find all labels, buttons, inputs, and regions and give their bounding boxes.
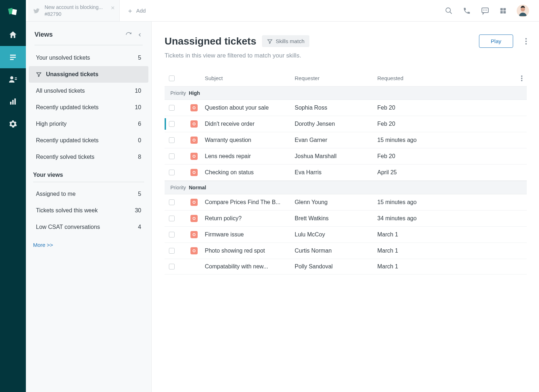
cell-requester: Glenn Young — [295, 199, 377, 206]
nav-views[interactable] — [0, 46, 26, 68]
view-item[interactable]: Unassigned tickets — [29, 66, 148, 83]
refresh-icon[interactable] — [125, 32, 132, 38]
table-row[interactable]: OFirmware issueLulu McCoyMarch 1 — [165, 227, 527, 243]
svg-rect-4 — [10, 59, 14, 60]
cell-requester: Eva Harris — [295, 169, 377, 176]
more-views-link[interactable]: More >> — [26, 236, 151, 254]
group-header: Priority High — [165, 86, 527, 100]
table-row[interactable]: ODidn't receive orderDorothy JensenFeb 2… — [165, 116, 527, 132]
view-count: 8 — [138, 154, 141, 160]
add-tab-label: Add — [136, 8, 146, 14]
svg-rect-9 — [12, 100, 14, 105]
cell-requester: Lulu McCoy — [295, 231, 377, 238]
view-item[interactable]: High priority6 — [29, 116, 148, 132]
nav-rail — [0, 0, 26, 392]
add-tab-button[interactable]: ＋ Add — [120, 0, 153, 21]
row-checkbox[interactable] — [169, 121, 175, 127]
row-checkbox[interactable] — [169, 199, 175, 205]
svg-point-20 — [525, 38, 527, 40]
cell-subject: Warranty question — [205, 137, 295, 143]
row-checkbox[interactable] — [169, 105, 175, 111]
view-count: 30 — [135, 207, 141, 214]
table-row[interactable]: OLens needs repairJoshua MarshallFeb 20 — [165, 148, 527, 165]
table-row[interactable]: OReturn policy?Brett Watkins34 minutes a… — [165, 211, 527, 227]
play-button[interactable]: Play — [479, 34, 513, 48]
top-bar: New account is blocking... #82790 ✕ ＋ Ad… — [26, 0, 539, 22]
table-header-row: Subject Requester Requested — [165, 70, 527, 86]
table-row[interactable]: OWarranty questionEvan Garner15 minutes … — [165, 132, 527, 148]
view-name: Tickets solved this week — [36, 207, 135, 214]
collapse-icon[interactable] — [137, 32, 143, 38]
row-checkbox[interactable] — [169, 216, 175, 221]
user-avatar[interactable] — [517, 5, 529, 17]
nav-admin[interactable] — [0, 113, 26, 135]
status-badge: O — [190, 153, 198, 160]
svg-point-21 — [525, 41, 527, 42]
svg-rect-1 — [12, 9, 17, 15]
svg-rect-17 — [503, 11, 506, 13]
chat-icon[interactable] — [481, 6, 489, 15]
col-requester[interactable]: Requester — [295, 75, 377, 81]
view-name: Recently solved tickets — [36, 154, 138, 160]
nav-reporting[interactable] — [0, 91, 26, 113]
cell-requested: March 1 — [377, 263, 522, 270]
svg-point-24 — [521, 78, 522, 79]
table-row[interactable]: Compatability with new...Polly SandovalM… — [165, 259, 527, 275]
row-checkbox[interactable] — [169, 170, 175, 175]
view-item[interactable]: Tickets solved this week30 — [29, 202, 148, 219]
svg-rect-15 — [503, 8, 506, 10]
cell-subject: Didn't receive order — [205, 121, 295, 127]
page-subtitle: Tickets in this view are filtered to mat… — [165, 52, 527, 59]
skills-match-label: Skills match — [276, 38, 304, 44]
row-checkbox[interactable] — [169, 137, 175, 143]
nav-customers[interactable] — [0, 68, 26, 91]
divider — [33, 182, 144, 182]
view-count: 0 — [138, 137, 141, 144]
search-icon[interactable] — [445, 7, 453, 15]
svg-line-12 — [450, 11, 452, 14]
view-item[interactable]: All unsolved tickets10 — [29, 83, 148, 99]
columns-menu-icon[interactable] — [512, 75, 522, 81]
status-badge: O — [190, 199, 198, 206]
status-badge: O — [190, 231, 198, 238]
status-badge: O — [190, 104, 198, 111]
apps-icon[interactable] — [499, 7, 507, 14]
cell-requested: March 1 — [377, 231, 522, 238]
select-all-checkbox[interactable] — [169, 75, 175, 81]
table-row[interactable]: OCompare Prices Find The B...Glenn Young… — [165, 194, 527, 211]
open-tab-ticket[interactable]: New account is blocking... #82790 ✕ — [28, 0, 120, 21]
tickets-table: Subject Requester Requested Priority Hig… — [165, 70, 527, 275]
skills-match-filter[interactable]: Skills match — [262, 35, 309, 47]
row-checkbox[interactable] — [169, 153, 175, 159]
col-requested[interactable]: Requested — [377, 75, 512, 81]
view-item[interactable]: Low CSAT conversations4 — [29, 219, 148, 235]
cell-subject: Firmware issue — [205, 231, 295, 238]
cell-requested: 15 minutes ago — [377, 137, 522, 143]
view-count: 5 — [138, 191, 141, 197]
view-count: 10 — [135, 88, 141, 94]
view-item[interactable]: Recently updated tickets10 — [29, 99, 148, 116]
row-checkbox[interactable] — [169, 264, 175, 269]
view-item[interactable]: Recently updated tickets0 — [29, 132, 148, 149]
svg-point-5 — [10, 76, 13, 79]
close-tab-icon[interactable]: ✕ — [111, 5, 115, 11]
page-menu-icon[interactable] — [519, 36, 527, 47]
row-checkbox[interactable] — [169, 232, 175, 237]
table-row[interactable]: OPhoto showing red spotCurtis NormanMarc… — [165, 243, 527, 259]
table-row[interactable]: OChecking on statusEva HarrisApril 25 — [165, 165, 527, 181]
cell-requested: April 25 — [377, 169, 522, 176]
product-logo[interactable] — [6, 4, 20, 19]
your-views-header: Your views — [26, 166, 151, 180]
status-badge: O — [190, 137, 198, 144]
table-row[interactable]: OQuestion about your saleSophia RossFeb … — [165, 100, 527, 116]
col-subject[interactable]: Subject — [205, 75, 295, 81]
view-item[interactable]: Assigned to me5 — [29, 186, 148, 202]
views-sidepanel: Views Your unsolved tickets5Unassigned t… — [26, 22, 152, 392]
row-checkbox[interactable] — [169, 248, 175, 254]
view-item[interactable]: Recently solved tickets8 — [29, 149, 148, 165]
nav-home[interactable] — [0, 24, 26, 46]
phone-icon[interactable] — [463, 7, 471, 15]
status-badge: O — [190, 169, 198, 176]
cell-subject: Checking on status — [205, 169, 295, 176]
view-item[interactable]: Your unsolved tickets5 — [29, 50, 148, 66]
